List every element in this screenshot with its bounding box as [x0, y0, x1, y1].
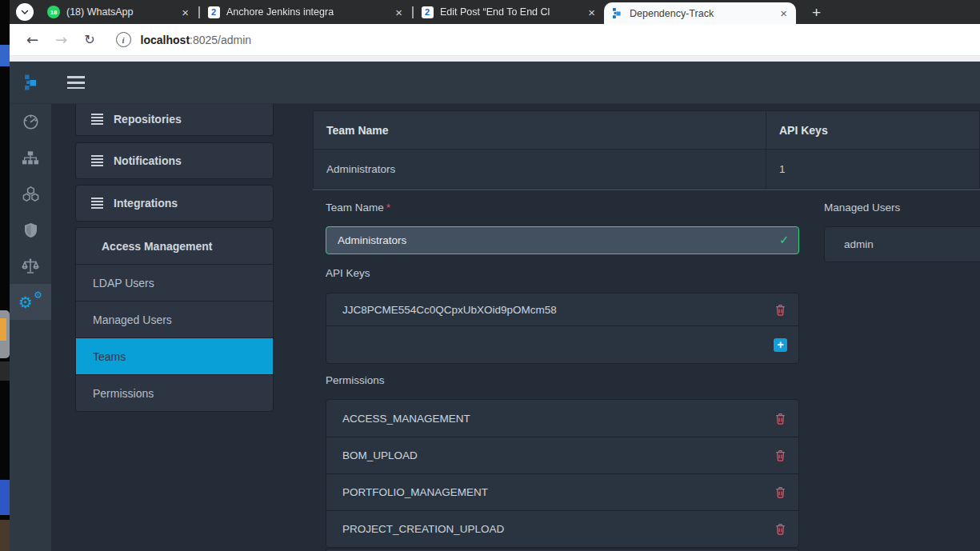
- desktop-fragment: [0, 318, 6, 341]
- delete-permission-button[interactable]: [774, 448, 787, 463]
- dashboard-icon: [22, 113, 40, 131]
- api-keys-label: API Keys: [326, 267, 370, 279]
- browser-toolbar: ← → ↻ i localhost:8025/admin: [10, 24, 980, 56]
- back-icon[interactable]: ←: [26, 33, 38, 47]
- tab-edit-post[interactable]: 2 Edit Post “End To End Cl ×: [414, 0, 604, 24]
- tab-title: (18) WhatsApp: [66, 6, 178, 18]
- permission-row: BOM_UPLOAD: [326, 437, 798, 473]
- close-icon[interactable]: ×: [584, 5, 599, 20]
- admin-menu-ldap-users[interactable]: LDAP Users: [76, 264, 273, 301]
- admin-menu-access-management-group: Access Management LDAP Users Managed Use…: [75, 227, 274, 412]
- add-api-key-button[interactable]: +: [774, 338, 787, 352]
- api-key-row: JJC8PCME554Cc0QCpxUbXOid9pOMcm58: [326, 293, 798, 325]
- admin-menu-permissions[interactable]: Permissions: [76, 374, 273, 411]
- tab-separator: [198, 6, 200, 18]
- admin-menu-access-management[interactable]: Access Management: [76, 228, 273, 264]
- permission-name: BOM_UPLOAD: [342, 449, 774, 461]
- desktop-fragment: [0, 45, 10, 66]
- desktop-fragment: [0, 520, 10, 551]
- url-host: localhost: [141, 34, 190, 46]
- admin-menu-integrations[interactable]: Integrations: [75, 185, 274, 222]
- app-header: [10, 62, 980, 104]
- tab-separator: [412, 6, 414, 18]
- plus-icon: +: [774, 338, 787, 352]
- sidebar-item-administration[interactable]: ⚙⚙: [10, 284, 51, 320]
- admin-menu-managed-users[interactable]: Managed Users: [76, 301, 273, 337]
- column-header-api-keys[interactable]: API Keys: [766, 124, 979, 137]
- menu-label: Managed Users: [93, 313, 172, 326]
- gears-icon: ⚙⚙: [18, 291, 42, 313]
- managed-users-label: Managed Users: [824, 202, 900, 214]
- admin-menu-notifications[interactable]: Notifications: [75, 142, 274, 179]
- delete-permission-button[interactable]: [774, 521, 787, 537]
- permission-row: PORTFOLIO_MANAGEMENT: [326, 473, 798, 510]
- valid-check-icon: ✓: [779, 233, 790, 247]
- reload-icon[interactable]: ↻: [84, 34, 94, 46]
- delete-permission-button[interactable]: [774, 411, 787, 426]
- teams-table-header: Team Name API Keys: [314, 111, 979, 150]
- managed-user-item: admin: [844, 238, 874, 250]
- browser-window: 18 (18) WhatsApp × 2 Anchore Jenkins int…: [10, 0, 980, 551]
- admin-content: Repositories Notifications Integrations …: [51, 104, 980, 551]
- cubes-icon: [22, 185, 40, 203]
- table-row-administrators[interactable]: Administrators 1: [314, 150, 979, 188]
- close-icon[interactable]: ×: [776, 6, 791, 21]
- tab-title: Edit Post “End To End Cl: [440, 6, 584, 18]
- sidebar-rail: ⚙⚙: [10, 104, 51, 551]
- required-mark: *: [386, 202, 390, 214]
- trash-icon: [774, 485, 787, 500]
- add-api-key-row: +: [326, 325, 798, 363]
- tab-dependency-track-active[interactable]: Dependency-Track ×: [604, 2, 796, 24]
- forward-icon[interactable]: →: [55, 33, 67, 47]
- sidebar-item-dashboard[interactable]: [10, 104, 51, 140]
- dependency-track-favicon: [610, 7, 623, 20]
- menu-toggle-icon[interactable]: [67, 76, 85, 89]
- sidebar-item-projects[interactable]: [10, 140, 51, 176]
- whatsapp-icon: 18: [47, 6, 60, 18]
- delete-api-key-button[interactable]: [774, 302, 787, 317]
- dependency-track-logo[interactable]: [22, 74, 40, 91]
- desktop-background-strip: [0, 0, 10, 551]
- site-info-icon[interactable]: i: [116, 32, 131, 47]
- dependency-track-app: ⚙⚙ Repositories Notifications Integratio: [10, 62, 980, 551]
- permissions-label: Permissions: [326, 374, 385, 386]
- desktop-fragment: [0, 480, 10, 515]
- cell-team-name: Administrators: [314, 150, 766, 188]
- balance-scale-icon: [21, 257, 40, 276]
- menu-label: Repositories: [114, 113, 182, 126]
- team-name-input[interactable]: [326, 226, 799, 254]
- new-tab-button[interactable]: +: [807, 3, 826, 22]
- close-icon[interactable]: ×: [391, 5, 406, 20]
- browser-tab-strip: 18 (18) WhatsApp × 2 Anchore Jenkins int…: [10, 0, 980, 24]
- cell-api-keys-count: 1: [766, 163, 979, 175]
- chevron-down-icon: [20, 7, 30, 17]
- api-key-value: JJC8PCME554Cc0QCpxUbXOid9pOMcm58: [342, 304, 774, 316]
- tab-anchore-jenkins[interactable]: 2 Anchore Jenkins integra ×: [201, 0, 411, 24]
- permission-name: PROJECT_CREATION_UPLOAD: [342, 523, 774, 535]
- tab-search-button[interactable]: [16, 3, 34, 21]
- sidebar-item-vulnerabilities[interactable]: [10, 212, 51, 248]
- menu-label: Permissions: [93, 387, 154, 400]
- admin-menu-teams-selected[interactable]: Teams: [76, 337, 273, 374]
- column-header-team-name[interactable]: Team Name: [314, 111, 766, 149]
- sitemap-icon: [22, 150, 39, 167]
- menu-label: Integrations: [114, 197, 178, 210]
- list-icon: [91, 155, 103, 166]
- desktop-fragment: [0, 361, 10, 381]
- delete-permission-button[interactable]: [774, 485, 787, 500]
- admin-menu-repositories[interactable]: Repositories: [75, 104, 274, 136]
- close-icon[interactable]: ×: [178, 5, 193, 20]
- list-icon: [91, 198, 103, 209]
- managed-users-list: admin: [824, 226, 980, 262]
- address-bar[interactable]: localhost:8025/admin: [141, 34, 252, 46]
- permission-name: ACCESS_MANAGEMENT: [342, 413, 774, 425]
- api-keys-list: JJC8PCME554Cc0QCpxUbXOid9pOMcm58: [326, 293, 799, 364]
- menu-label: Teams: [93, 350, 126, 363]
- permission-row: ACCESS_MANAGEMENT: [326, 400, 798, 437]
- list-icon: [91, 114, 103, 125]
- sidebar-item-components[interactable]: [10, 176, 51, 212]
- tab-title: Dependency-Track: [630, 8, 776, 19]
- sidebar-item-policy-violations[interactable]: [10, 248, 51, 284]
- tab-whatsapp[interactable]: 18 (18) WhatsApp ×: [41, 0, 198, 24]
- two-favicon: 2: [422, 6, 434, 18]
